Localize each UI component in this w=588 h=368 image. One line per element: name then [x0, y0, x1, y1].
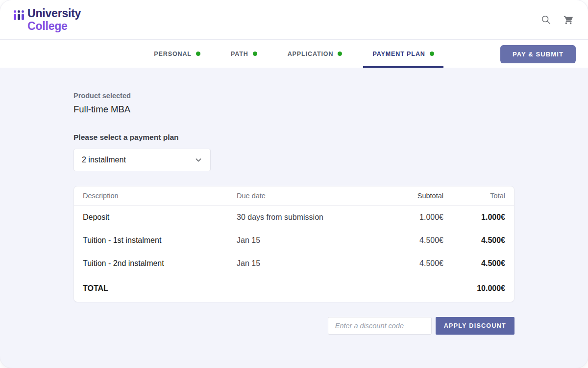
cell-subtotal: 4.500€ — [390, 236, 443, 245]
app-window: University College PERSONAL — [0, 0, 588, 368]
total-value: 10.000€ — [443, 284, 505, 293]
col-header-description: Description — [83, 192, 237, 200]
tab-label: PERSONAL — [154, 51, 192, 57]
search-icon[interactable] — [540, 14, 552, 26]
brand-icon — [14, 10, 24, 20]
step-tabs: PERSONAL PATH APPLICATION PAYMENT PLAN — [139, 40, 449, 68]
discount-code-input[interactable] — [328, 317, 432, 335]
brand-logo: University College — [14, 7, 81, 32]
table-header-row: Description Due date Subtotal Total — [74, 186, 514, 206]
cell-description: Tuition - 1st instalment — [83, 236, 237, 245]
brand-name: University College — [27, 7, 81, 32]
table-row: Tuition - 1st instalment Jan 15 4.500€ 4… — [74, 229, 514, 252]
completed-dot-icon — [338, 52, 342, 56]
logo-i-glyph — [22, 10, 24, 20]
cell-description: Deposit — [83, 213, 237, 222]
completed-dot-icon — [430, 52, 434, 56]
product-selected-value: Full-time MBA — [74, 104, 514, 115]
selected-plan-value: 2 installment — [82, 156, 126, 164]
cell-due-date: Jan 15 — [237, 259, 390, 268]
progress-nav: PERSONAL PATH APPLICATION PAYMENT PLAN P… — [0, 39, 588, 68]
logo-i-glyph — [14, 10, 16, 20]
cell-due-date: Jan 15 — [237, 236, 390, 245]
brand-line-2: College — [27, 20, 81, 32]
top-header: University College — [0, 0, 588, 39]
completed-dot-icon — [196, 52, 200, 56]
brand-line-1: University — [27, 7, 81, 20]
col-header-total: Total — [443, 192, 505, 200]
apply-discount-button[interactable]: APPLY DISCOUNT — [436, 317, 514, 335]
plan-select-label: Please select a payment plan — [74, 133, 514, 142]
tab-payment-plan[interactable]: PAYMENT PLAN — [363, 40, 443, 68]
col-header-subtotal: Subtotal — [390, 192, 443, 200]
table-row: Deposit 30 days from submission 1.000€ 1… — [74, 206, 514, 229]
table-total-row: TOTAL 10.000€ — [74, 275, 514, 302]
tab-label: PAYMENT PLAN — [372, 51, 425, 57]
discount-section: APPLY DISCOUNT — [74, 317, 514, 335]
cell-description: Tuition - 2nd instalment — [83, 259, 237, 268]
completed-dot-icon — [253, 52, 257, 56]
tab-label: APPLICATION — [288, 51, 334, 57]
tab-path[interactable]: PATH — [221, 40, 267, 68]
tab-personal[interactable]: PERSONAL — [145, 40, 210, 68]
pay-submit-button[interactable]: PAY & SUBMIT — [500, 45, 576, 63]
payment-plan-select[interactable]: 2 installment — [74, 149, 211, 171]
cart-icon[interactable] — [563, 14, 574, 26]
col-header-due-date: Due date — [237, 192, 390, 200]
product-selected-label: Product selected — [74, 92, 514, 100]
logo-i-glyph — [18, 10, 20, 20]
cell-total: 4.500€ — [443, 259, 505, 268]
cell-due-date: 30 days from submission — [237, 213, 390, 222]
header-actions — [540, 14, 574, 26]
tab-label: PATH — [231, 51, 248, 57]
tab-application[interactable]: APPLICATION — [278, 40, 352, 68]
payment-table: Description Due date Subtotal Total Depo… — [74, 186, 514, 302]
total-label: TOTAL — [83, 284, 237, 293]
cell-total: 1.000€ — [443, 213, 505, 222]
cell-subtotal: 1.000€ — [390, 213, 443, 222]
cell-total: 4.500€ — [443, 236, 505, 245]
cell-subtotal: 4.500€ — [390, 259, 443, 268]
table-row: Tuition - 2nd instalment Jan 15 4.500€ 4… — [74, 252, 514, 275]
chevron-down-icon — [195, 156, 202, 164]
payment-plan-page: Product selected Full-time MBA Please se… — [0, 68, 588, 335]
